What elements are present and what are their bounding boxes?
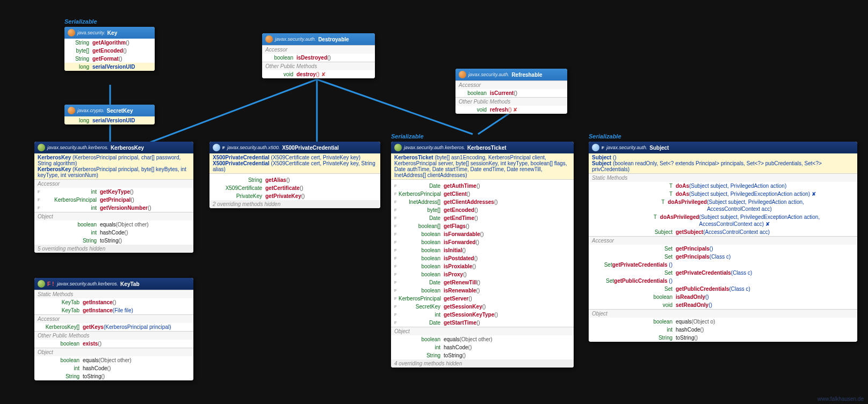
- class-keytab: F !javax.security.auth.kerberos.KeyTab S…: [34, 278, 193, 380]
- interface-icon: [459, 71, 466, 78]
- interface-icon: [68, 107, 75, 114]
- class-icon: [592, 144, 599, 151]
- interface-secretkey: javax.crypto.SecretKey longserialVersion…: [64, 105, 155, 124]
- serializable-label-2: Serializable: [391, 133, 424, 139]
- class-icon: [394, 144, 402, 151]
- serializable-label: Serializable: [64, 18, 97, 25]
- credit-link[interactable]: www.falkhausen.de: [818, 396, 864, 402]
- class-kerberoskey: javax.security.auth.kerberos.KerberosKey…: [34, 142, 193, 253]
- class-icon: [38, 280, 45, 288]
- interface-key: java.security.Key StringgetAlgorithm() b…: [64, 27, 155, 71]
- class-icon: [38, 144, 45, 151]
- class-icon: [213, 144, 220, 151]
- serializable-label-3: Serializable: [589, 133, 621, 139]
- class-x500privatecredential: Fjavax.security.auth.x500.X500PrivateCre…: [209, 142, 380, 208]
- class-kerberosticket: javax.security.auth.kerberos.KerberosTic…: [391, 142, 574, 368]
- class-subject: Fjavax.security.auth.Subject Subject () …: [589, 142, 857, 342]
- interface-destroyable: javax.security.auth.Destroyable Accessor…: [262, 33, 375, 78]
- interface-refreshable: javax.security.auth.Refreshable Accessor…: [455, 69, 567, 114]
- interface-icon: [68, 29, 75, 36]
- interface-icon: [265, 35, 273, 43]
